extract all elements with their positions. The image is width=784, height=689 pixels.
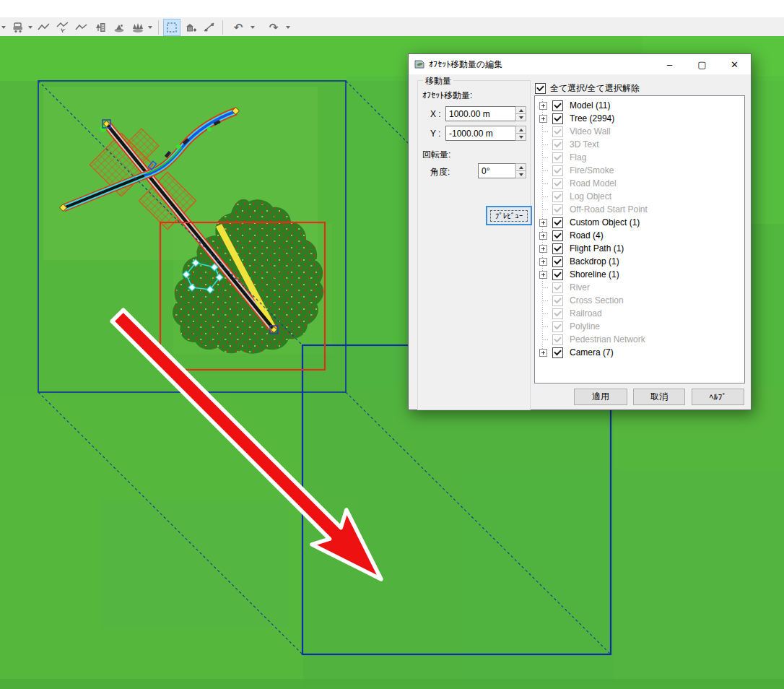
tree-item-railroad[interactable]: Railroad (535, 307, 744, 320)
tree-item-cross-section[interactable]: Cross Section (535, 294, 744, 307)
tree-item-model[interactable]: Model (11) (535, 99, 744, 112)
preview-button[interactable]: ﾌﾟﾚﾋﾞｭｰ (486, 206, 532, 225)
tree-item-3d-text[interactable]: 3D Text (535, 138, 744, 151)
dialog-icon (414, 58, 425, 70)
help-button[interactable]: ﾍﾙﾌﾟ (692, 389, 744, 405)
x-spin-up-icon[interactable] (515, 106, 526, 113)
y-spin-down-icon[interactable] (515, 133, 526, 141)
polyline-tool-button[interactable] (35, 19, 53, 36)
building-add-icon (184, 21, 197, 34)
terrain-tool-button[interactable] (110, 19, 128, 36)
expand-icon[interactable] (539, 102, 547, 110)
x-spin-down-icon[interactable] (515, 113, 526, 121)
undo-dropdown-icon[interactable] (251, 19, 256, 36)
maximize-button[interactable]: ▢ (686, 54, 718, 74)
overflow-dropdown-icon[interactable] (1, 19, 8, 36)
tree-item-tree[interactable]: Tree (2994) (535, 112, 744, 125)
expand-icon[interactable] (539, 349, 547, 357)
expand-icon[interactable] (539, 271, 547, 279)
checkbox[interactable] (552, 126, 563, 137)
angle-spin-up-icon[interactable] (515, 163, 526, 170)
select-all-label: 全て選択/全て選択解除 (550, 82, 640, 95)
tree-item-road-model[interactable]: Road Model (535, 177, 744, 190)
checkbox[interactable] (552, 113, 563, 124)
checkbox[interactable] (552, 217, 563, 228)
checkbox[interactable] (552, 139, 563, 150)
angle-input[interactable]: 0° (478, 163, 517, 178)
expand-icon[interactable] (539, 232, 547, 240)
expand-icon[interactable] (539, 258, 547, 266)
checkbox[interactable] (552, 256, 563, 267)
checkbox[interactable] (552, 230, 563, 241)
y-spin-up-icon[interactable] (515, 126, 526, 133)
tree-item-camera[interactable]: Camera (7) (535, 346, 744, 359)
checkbox[interactable] (552, 152, 563, 163)
checkbox[interactable] (552, 243, 563, 254)
apply-button[interactable]: 適用 (574, 389, 627, 405)
checkbox[interactable] (552, 295, 563, 306)
checkbox[interactable] (552, 282, 563, 293)
checkbox[interactable] (552, 334, 563, 345)
checkbox[interactable] (552, 165, 563, 176)
tree-item-road[interactable]: Road (4) (535, 229, 744, 242)
y-spinner[interactable] (515, 126, 526, 141)
tree-item-shoreline[interactable]: Shoreline (1) (535, 268, 744, 281)
checkbox[interactable] (552, 347, 563, 358)
select-all-checkbox[interactable] (535, 83, 546, 94)
app-window: ↶ ↷ (0, 0, 784, 689)
tree-item-flag[interactable]: Flag (535, 151, 744, 164)
tree-item-video-wall[interactable]: Video Wall (535, 125, 744, 138)
angle-spinner[interactable] (515, 163, 526, 178)
forest-tool-button[interactable] (129, 19, 147, 36)
dialog-titlebar[interactable]: ｵﾌｾｯﾄ移動量の編集 – ▢ ✕ (409, 54, 751, 74)
cancel-button[interactable]: 取消 (633, 389, 685, 405)
vehicle-dropdown-icon[interactable] (28, 19, 34, 36)
checkbox[interactable] (552, 100, 563, 111)
vehicle-tool-button[interactable] (9, 19, 27, 36)
checkbox[interactable] (552, 321, 563, 332)
checkbox[interactable] (552, 204, 563, 215)
select-all-checkbox-row[interactable]: 全て選択/全て選択解除 (535, 82, 640, 95)
tree-item-polyline[interactable]: Polyline (535, 320, 744, 333)
dialog-title: ｵﾌｾｯﾄ移動量の編集 (429, 58, 502, 71)
tree-item-river[interactable]: River (535, 281, 744, 294)
minimize-button[interactable]: – (653, 54, 686, 74)
x-spinner[interactable] (515, 106, 526, 121)
tree-item-flight-path[interactable]: Flight Path (1) (535, 242, 744, 255)
expand-icon[interactable] (539, 219, 547, 227)
model-building-icon (94, 21, 107, 34)
checkbox[interactable] (552, 269, 563, 280)
y-input[interactable]: -1000.00 m (445, 126, 517, 141)
tree-item-custom-object[interactable]: Custom Object (1) (535, 216, 744, 229)
checkbox[interactable] (552, 191, 563, 202)
preview-button-label: ﾌﾟﾚﾋﾞｭｰ (490, 210, 528, 222)
polyline-alt-tool-button[interactable] (73, 19, 90, 36)
flight-path-tool-button[interactable] (54, 19, 71, 36)
undo-button[interactable]: ↶ (227, 19, 249, 36)
tree-item-log-object[interactable]: Log Object (535, 190, 744, 203)
rect-select-tool-button[interactable] (163, 19, 180, 36)
movement-group-caption: 移動量 (423, 75, 453, 87)
redo-dropdown-icon[interactable] (286, 19, 292, 36)
offset-amount-label: ｵﾌｾｯﾄ移動量: (422, 90, 472, 102)
redo-icon: ↷ (269, 22, 279, 32)
polyline-icon (38, 21, 51, 34)
checkbox[interactable] (552, 178, 563, 189)
x-input[interactable]: 1000.00 m (445, 106, 517, 121)
checkbox[interactable] (552, 308, 563, 319)
forest-dropdown-icon[interactable] (148, 19, 154, 36)
object-type-list[interactable]: Model (11) Tree (2994) Video Wall 3D Tex… (534, 95, 745, 384)
tree-item-off-road-start-point[interactable]: Off-Road Start Point (535, 203, 744, 216)
redo-button[interactable]: ↷ (263, 19, 284, 36)
tree-item-fire-smoke[interactable]: Fire/Smoke (535, 164, 744, 177)
angle-spin-down-icon[interactable] (515, 170, 526, 178)
expand-icon[interactable] (539, 245, 547, 253)
model-building-tool-button[interactable] (92, 19, 109, 36)
tree-item-backdrop[interactable]: Backdrop (1) (535, 255, 744, 268)
tree-item-pedestrian-network[interactable]: Pedestrian Network (535, 333, 744, 346)
building-add-tool-button[interactable] (182, 19, 199, 36)
forest-icon (131, 21, 144, 34)
cross-section-tool-button[interactable] (201, 19, 218, 36)
close-button[interactable]: ✕ (718, 54, 751, 74)
expand-icon[interactable] (539, 115, 547, 123)
